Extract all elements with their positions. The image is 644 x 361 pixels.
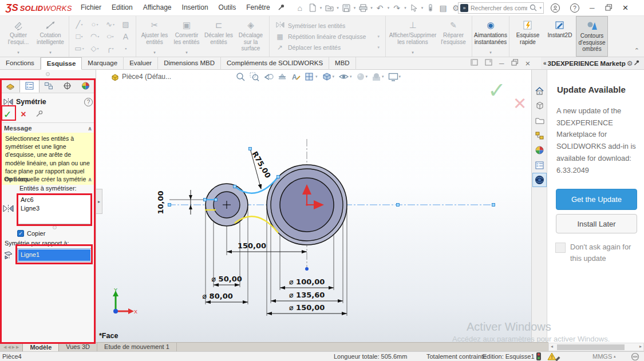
propertymanager-tab[interactable] <box>19 78 39 93</box>
menu-outils[interactable]: Outils <box>214 0 242 15</box>
select-cursor-icon[interactable] <box>408 2 420 14</box>
doc-restore-button[interactable] <box>511 59 519 68</box>
tab-complements[interactable]: Compléments de SOLIDWORKS <box>221 57 329 70</box>
taskpane-resources-icon[interactable] <box>532 98 547 113</box>
display-relations-caret-icon[interactable]: ▾ <box>412 50 414 55</box>
close-button[interactable]: × <box>623 2 629 14</box>
units-caret-icon[interactable]: ▴ <box>614 354 616 359</box>
tab-dimensions-mbd[interactable]: Dimensions MBD <box>158 57 221 70</box>
entities-to-mirror-list[interactable]: Arc6 Ligne3 <box>17 195 92 224</box>
surface-offset-button[interactable]: ◈ Décalage sur la surface <box>235 16 267 57</box>
point-tool-icon[interactable]: ▪ <box>118 43 133 54</box>
dim-dia80[interactable]: ⌀ 80,00 <box>202 292 232 300</box>
mirror-entities-button[interactable]: Symétriser les entités <box>275 22 380 30</box>
tab-esquisse[interactable]: Esquisse <box>41 57 82 70</box>
select-caret-icon[interactable]: ▾ <box>421 6 424 10</box>
dim-center-distance[interactable]: 150,00 <box>238 241 266 250</box>
convert-entities-button[interactable]: ▣ Convertir les entités ▾ <box>171 16 203 57</box>
shaded-contours-button[interactable]: Contours d'esquisse ombrés <box>576 16 608 57</box>
doc-pane-icon[interactable] <box>471 59 478 68</box>
trim-entities-button[interactable]: ✂ Ajuster les entités ▾ <box>139 16 171 57</box>
pm-pin-icon[interactable] <box>35 110 44 119</box>
repair-sketch-button[interactable]: ✎ Réparer l'esquisse <box>437 16 469 57</box>
dim-radius75[interactable]: R75,00 <box>250 150 272 180</box>
taskpane-appearances-icon[interactable] <box>532 143 547 157</box>
spline-tool-icon[interactable]: ∿▾ <box>102 19 118 30</box>
message-section-header[interactable]: Message ∧ <box>2 124 94 133</box>
redo-icon[interactable]: ↷ <box>391 2 402 14</box>
menu-insertion[interactable]: Insertion <box>177 0 214 15</box>
pm-help-icon[interactable]: ? <box>84 98 93 106</box>
get-update-button[interactable]: Get the Update <box>556 189 637 210</box>
taskpane-pin-icon[interactable] <box>634 59 640 68</box>
exit-sketch-button[interactable]: Quitter l'esqui... ▾ <box>2 16 34 57</box>
instant-snaps-caret-icon[interactable]: ▾ <box>489 50 492 55</box>
entity-list-item[interactable]: Arc6 <box>18 196 91 204</box>
dimxpertmanager-tab[interactable] <box>58 78 76 93</box>
scroll-left-icon[interactable]: ◂ <box>551 344 553 349</box>
displaymanager-tab[interactable] <box>77 78 95 93</box>
instant-snaps-button[interactable]: ◉ Aimantations instantanées ▾ <box>475 16 507 57</box>
tab-marquage[interactable]: Marquage <box>82 57 124 70</box>
sketch-canvas[interactable]: 150,00 ⌀ 50,00 ⌀ 80,00 ⌀ 100,00 ⌀ 135,60… <box>96 70 531 342</box>
smart-dimension-caret-icon[interactable]: ▾ <box>49 50 52 55</box>
taskpane-marketplace-icon[interactable] <box>532 173 547 187</box>
move-entities-button[interactable]: ↗ Déplacer les entités ▾ <box>275 43 380 51</box>
home-icon[interactable]: ⌂ <box>294 2 306 14</box>
undo-icon[interactable]: ↶ <box>374 2 386 14</box>
menu-fichier[interactable]: Fichier <box>76 0 106 15</box>
user-account-icon[interactable] <box>551 3 560 13</box>
model-tab[interactable]: Modèle <box>22 343 59 351</box>
open-icon[interactable] <box>323 2 335 14</box>
convert-caret-icon[interactable]: ▾ <box>185 50 188 55</box>
smart-dimension-button[interactable]: Cotation intelligente ▾ <box>34 16 66 57</box>
taskpane-explorer-icon[interactable] <box>532 128 547 142</box>
print-icon[interactable] <box>357 2 369 14</box>
doc-close-button[interactable]: × <box>526 58 531 68</box>
centerline-endpoint[interactable] <box>305 267 309 271</box>
new-document-icon[interactable] <box>307 2 318 14</box>
options-section-header[interactable]: Options ∧ <box>2 174 94 184</box>
mirror-about-field[interactable]: Ligne1 <box>17 248 92 262</box>
hatch-tool-icon[interactable]: ▨ <box>118 19 133 30</box>
tab-mbd[interactable]: MBD <box>329 57 356 70</box>
status-traffic-light-icon[interactable] <box>536 352 542 361</box>
copy-checkbox[interactable]: ✓ <box>17 230 24 237</box>
confirm-cancel-icon[interactable]: ✕ <box>513 94 527 113</box>
move-entities-caret-icon[interactable]: ▾ <box>377 45 380 50</box>
entity-list-item[interactable]: Ligne3 <box>18 204 91 213</box>
rapid-sketch-button[interactable]: Esquisse rapide <box>512 16 544 57</box>
status-units[interactable]: MMGS <box>592 353 612 360</box>
tab-fonctions[interactable]: Fonctions <box>0 57 41 70</box>
dim-dia135[interactable]: ⌀ 135,60 <box>289 291 325 299</box>
doc-split-icon[interactable] <box>485 59 492 68</box>
trim-caret-icon[interactable]: ▾ <box>153 50 156 55</box>
dim-dia150[interactable]: ⌀ 150,00 <box>289 303 325 312</box>
offset-entities-button[interactable]: ⊏ Décaler les entités <box>203 16 235 57</box>
polygon-tool-icon[interactable]: ◇▾ <box>87 43 102 54</box>
panel-grip-icon[interactable] <box>46 72 50 76</box>
dim-dia100[interactable]: ⌀ 100,00 <box>289 277 325 286</box>
ellipse-tool-icon[interactable]: ○▾ <box>102 31 118 42</box>
menu-edition[interactable]: Edition <box>106 0 138 15</box>
redo-caret-icon[interactable]: ▾ <box>404 6 406 10</box>
taskpane-home-icon[interactable] <box>532 84 547 98</box>
circle-tool-icon[interactable]: ○▾ <box>87 19 102 30</box>
arc-tool-icon[interactable]: ◠▾ <box>87 31 102 42</box>
status-render-icon[interactable] <box>631 352 639 361</box>
text-tool-icon[interactable]: A <box>118 31 133 42</box>
menubar-pin-icon[interactable] <box>278 3 285 13</box>
display-relations-button[interactable]: ⊥ Afficher/Supprimer les relations ▾ <box>388 16 437 57</box>
options-collapse-icon[interactable]: ∧ <box>88 176 92 183</box>
taskpane-collapse-icon[interactable]: « <box>543 60 547 66</box>
scrollbar-thumb[interactable] <box>557 344 625 350</box>
dim-dia50[interactable]: ⌀ 50,00 <box>211 275 242 283</box>
taskpane-gear-icon[interactable]: ⚙ <box>627 59 633 68</box>
command-search-box[interactable]: » Rechercher des comm ▾ <box>458 2 544 14</box>
save-icon[interactable] <box>341 2 352 14</box>
confirm-ok-icon[interactable]: ✓ <box>488 78 506 103</box>
fillet-tool-icon[interactable]: ╭▾ <box>102 43 118 54</box>
search-icon[interactable] <box>530 4 537 13</box>
ribbon-collapse-icon[interactable]: ⌃ <box>634 47 639 54</box>
undo-caret-icon[interactable]: ▾ <box>388 6 390 10</box>
